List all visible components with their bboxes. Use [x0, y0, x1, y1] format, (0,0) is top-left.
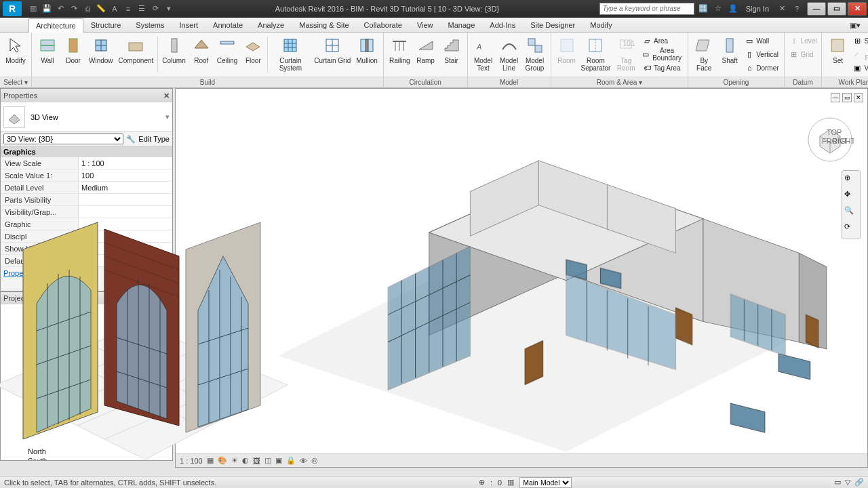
reveal-icon[interactable]: ◎: [311, 456, 318, 465]
model-text-button[interactable]: AModel Text: [471, 34, 496, 73]
window-minimize[interactable]: —: [807, 2, 826, 16]
view-maximize-icon[interactable]: ▭: [842, 93, 852, 102]
tab-architecture[interactable]: Architecture: [28, 18, 83, 33]
subscription-icon[interactable]: 🔠: [697, 3, 709, 15]
opening-wall-button[interactable]: ▭Wall: [743, 34, 781, 47]
properties-instance-selector[interactable]: 3D View: {3D}: [3, 134, 123, 144]
tab-manage[interactable]: Manage: [441, 18, 483, 32]
orbit-icon[interactable]: ⟳: [844, 222, 858, 236]
signin-link[interactable]: Sign In: [742, 5, 773, 13]
status-workset-icon[interactable]: ▥: [507, 478, 514, 487]
qat-measure-icon[interactable]: 📏: [95, 3, 107, 15]
qat-sync-icon[interactable]: ⟳: [149, 3, 161, 15]
mullion-button[interactable]: Mullion: [353, 34, 380, 66]
roof-button[interactable]: Roof: [189, 34, 214, 66]
property-row[interactable]: Scale Value 1:100: [1, 169, 172, 182]
type-selector[interactable]: 3D View ▾: [1, 102, 172, 132]
status-select-icon[interactable]: ▭: [834, 478, 841, 487]
refplane-button[interactable]: ⟋Ref Plane: [850, 47, 868, 61]
zoom-icon[interactable]: 🔍: [844, 206, 858, 220]
tab-massing[interactable]: Massing & Site: [292, 18, 356, 32]
tab-insert[interactable]: Insert: [172, 18, 206, 32]
exchange-icon[interactable]: ✕: [776, 3, 788, 15]
qat-print-icon[interactable]: ⎙: [81, 3, 94, 15]
properties-category[interactable]: Graphics: [1, 146, 172, 157]
star-icon[interactable]: ☆: [712, 3, 724, 15]
room-separator-button[interactable]: Room Separator: [580, 34, 612, 73]
edit-type-icon[interactable]: 🔧: [126, 135, 136, 144]
floor-button[interactable]: Floor: [240, 34, 266, 66]
qat-save-icon[interactable]: 💾: [41, 3, 53, 15]
search-input[interactable]: [599, 3, 694, 15]
modify-button[interactable]: Modify: [3, 34, 28, 66]
app-logo[interactable]: R: [3, 1, 22, 16]
tab-view[interactable]: View: [410, 18, 441, 32]
qat-undo-icon[interactable]: ↶: [54, 3, 66, 15]
signin-icon[interactable]: 👤: [727, 3, 739, 15]
qat-dropdown-icon[interactable]: ▾: [163, 3, 175, 15]
qat-switch-icon[interactable]: ☰: [136, 3, 148, 15]
room-button[interactable]: Room: [554, 34, 580, 66]
panel-select[interactable]: Select ▾: [0, 77, 31, 87]
level-button[interactable]: ⟟Level: [787, 34, 819, 47]
model-group-button[interactable]: Model Group: [522, 34, 548, 73]
curtain-grid-button[interactable]: Curtain Grid: [311, 34, 353, 66]
view-close-icon[interactable]: ✕: [854, 93, 863, 102]
door-button[interactable]: Door: [60, 34, 86, 66]
ribbon-collapse-icon[interactable]: ▣▾: [842, 18, 868, 32]
shaft-button[interactable]: Shaft: [717, 34, 743, 66]
opening-vertical-button[interactable]: ▯Vertical: [743, 47, 781, 61]
area-boundary-button[interactable]: ▭Area Boundary: [640, 47, 685, 61]
qat-align-icon[interactable]: ≡: [122, 3, 134, 15]
window-maximize[interactable]: ▭: [827, 2, 846, 16]
qat-text-icon[interactable]: A: [108, 3, 121, 15]
status-link-icon[interactable]: 🔗: [854, 478, 864, 487]
wall-button[interactable]: Wall: [35, 34, 60, 66]
property-value[interactable]: [79, 194, 172, 205]
help-icon[interactable]: ?: [791, 3, 803, 15]
property-row[interactable]: Parts Visibility: [1, 194, 172, 206]
ceiling-button[interactable]: Ceiling: [214, 34, 241, 66]
status-filter-icon[interactable]: ▽: [845, 478, 850, 487]
curtain-system-button[interactable]: Curtain System: [269, 34, 311, 73]
property-row[interactable]: Detail LevelMedium: [1, 182, 172, 194]
show-button[interactable]: ⊞Show: [850, 34, 868, 47]
ramp-button[interactable]: Ramp: [413, 34, 439, 66]
tab-systems[interactable]: Systems: [128, 18, 172, 32]
tab-structure[interactable]: Structure: [83, 18, 129, 32]
model-line-button[interactable]: Model Line: [496, 34, 522, 73]
column-button[interactable]: Column: [159, 34, 188, 66]
area-button[interactable]: ▱Area: [640, 34, 685, 47]
tab-modify[interactable]: Modify: [583, 18, 619, 32]
grid-button[interactable]: ⊞Grid: [787, 47, 819, 61]
property-row[interactable]: View Scale1 : 100: [1, 157, 172, 169]
tab-analyze[interactable]: Analyze: [250, 18, 292, 32]
qat-open-icon[interactable]: ▥: [27, 3, 39, 15]
property-value[interactable]: 1 : 100: [79, 157, 172, 169]
stair-button[interactable]: Stair: [439, 34, 465, 66]
by-face-button[interactable]: By Face: [691, 34, 717, 73]
viewer-button[interactable]: ▣Viewer: [850, 61, 868, 75]
temp-hide-icon[interactable]: 👁: [300, 457, 307, 465]
tab-addins[interactable]: Add-Ins: [482, 18, 523, 32]
panel-room-area[interactable]: Room & Area ▾: [551, 77, 688, 87]
window-close[interactable]: ✕: [848, 2, 867, 16]
status-add-icon[interactable]: ⊕: [479, 478, 485, 487]
properties-close-icon[interactable]: ✕: [163, 92, 170, 100]
tag-area-button[interactable]: 🏷Tag Area: [640, 61, 685, 75]
tag-room-button[interactable]: 101Tag Room: [612, 34, 640, 73]
qat-redo-icon[interactable]: ↷: [68, 3, 80, 15]
property-value[interactable]: 100: [79, 169, 172, 181]
tab-annotate[interactable]: Annotate: [205, 18, 250, 32]
railing-button[interactable]: Railing: [387, 34, 413, 66]
navigation-bar[interactable]: ⊕ ✥ 🔍 ⟳: [842, 170, 861, 239]
opening-dormer-button[interactable]: ⌂Dormer: [743, 61, 781, 75]
pan-icon[interactable]: ✥: [844, 190, 858, 203]
edit-type-button[interactable]: Edit Type: [138, 135, 170, 143]
tab-sitedesigner[interactable]: Site Designer: [523, 18, 583, 32]
property-value[interactable]: Medium: [79, 182, 172, 193]
component-button[interactable]: Component: [116, 34, 157, 66]
set-button[interactable]: Set: [825, 34, 850, 66]
tab-collaborate[interactable]: Collaborate: [357, 18, 410, 32]
status-workset-selector[interactable]: Main Model: [519, 477, 572, 488]
